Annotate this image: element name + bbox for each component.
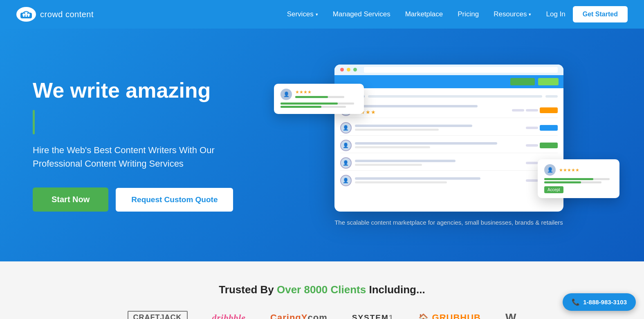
phone-banner[interactable]: 📞 1-888-983-3103 xyxy=(563,293,636,311)
screen-top-bar xyxy=(334,65,563,75)
logo-text: crowd content xyxy=(40,10,94,19)
nav-item-services[interactable]: Services ▾ xyxy=(287,10,318,18)
hero-buttons: Start Now Request Custom Quote xyxy=(33,187,286,212)
hero-accent-bar xyxy=(33,110,35,134)
avatar: 👤 xyxy=(340,122,352,134)
svg-rect-5 xyxy=(25,15,27,17)
brand-grubhub: 🏠 GRUBHUB xyxy=(418,312,481,319)
hero-subtitle: Hire the Web's Best Content Writers With… xyxy=(33,143,245,170)
status-badge xyxy=(540,107,558,113)
dot-green xyxy=(353,68,357,71)
dot-yellow xyxy=(347,68,350,71)
avatar: 👤 xyxy=(280,89,292,100)
avatar: 👤 xyxy=(340,157,352,169)
hero-content: We write amazing Hire the Web's Best Con… xyxy=(33,78,286,212)
screen-toolbar xyxy=(334,75,563,88)
svg-point-1 xyxy=(22,13,25,16)
accept-button: Accept xyxy=(544,186,563,193)
nav-link-marketplace[interactable]: Marketplace xyxy=(405,10,443,18)
svg-rect-6 xyxy=(28,16,29,17)
chevron-down-icon: ▾ xyxy=(316,12,318,17)
float-card-rating: 👤 ★★★★★ Accept xyxy=(538,159,619,198)
svg-point-2 xyxy=(25,13,27,15)
nav-link-resources[interactable]: Resources ▾ xyxy=(494,10,531,18)
float-card-writer: 👤 ★★★★ xyxy=(274,84,364,114)
get-started-button[interactable]: Get Started xyxy=(573,6,628,22)
brand-system1: SYSTEM1 xyxy=(352,313,394,319)
brand-caring: CaringYcom xyxy=(270,312,328,319)
request-quote-button[interactable]: Request Custom Quote xyxy=(116,188,233,212)
hero-caption: The scalable content marketplace for age… xyxy=(334,219,563,226)
dot-red xyxy=(340,68,344,71)
avatar: 👤 xyxy=(340,175,352,186)
nav-link-managed[interactable]: Managed Services xyxy=(333,10,390,18)
hero-section: We write amazing Hire the Web's Best Con… xyxy=(0,29,644,261)
nav-item-marketplace[interactable]: Marketplace xyxy=(405,10,443,18)
nav-item-pricing[interactable]: Pricing xyxy=(458,10,479,18)
screen-row: 👤 xyxy=(340,173,558,188)
screen-row: 👤 xyxy=(340,156,558,171)
nav-link-pricing[interactable]: Pricing xyxy=(458,10,479,18)
logo[interactable]: crowd content xyxy=(16,7,94,22)
phone-number: 1-888-983-3103 xyxy=(583,299,627,306)
login-button[interactable]: Log In xyxy=(546,10,565,18)
chevron-down-icon-resources: ▾ xyxy=(529,12,531,17)
nav-links: Services ▾ Managed Services Marketplace … xyxy=(287,10,532,18)
screen-row: 👤 ★★★★ xyxy=(340,103,558,118)
star-rating: ★★★★★ xyxy=(559,167,579,173)
logo-icon xyxy=(16,7,36,22)
avatar: 👤 xyxy=(340,140,352,151)
status-badge xyxy=(540,143,558,148)
url-bar xyxy=(364,67,558,73)
hero-illustration: 👤 ★★★★ xyxy=(286,59,611,231)
star-rating: ★★★★ xyxy=(295,89,344,95)
brand-w: W xyxy=(505,311,516,319)
nav-item-managed[interactable]: Managed Services xyxy=(333,10,390,18)
screen-row: 👤 xyxy=(340,138,558,153)
laptop-mockup: 👤 ★★★★ 👤 xyxy=(334,65,563,212)
toolbar-btn-1 xyxy=(510,78,535,85)
nav-link-services[interactable]: Services ▾ xyxy=(287,10,318,18)
svg-point-3 xyxy=(27,13,30,16)
screen-content: 👤 ★★★★ 👤 xyxy=(334,88,563,192)
brand-craftjack: CRAFTJACK xyxy=(128,311,188,319)
trusted-section: Trusted By Over 8000 Clients Including..… xyxy=(0,261,644,319)
status-badge xyxy=(540,125,558,131)
toolbar-btn-2 xyxy=(538,78,559,85)
trusted-title: Trusted By Over 8000 Clients Including..… xyxy=(33,283,611,296)
brand-dribbble: dribbble xyxy=(212,312,246,319)
star-rating: ★★★★ xyxy=(355,109,509,115)
navbar: crowd content Services ▾ Managed Service… xyxy=(0,0,644,29)
phone-icon: 📞 xyxy=(572,298,580,306)
screen-row: 👤 xyxy=(340,120,558,136)
start-now-button[interactable]: Start Now xyxy=(33,187,108,212)
avatar: 👤 xyxy=(544,164,556,176)
brand-logos: CRAFTJACK dribbble CaringYcom SYSTEM1 🏠 … xyxy=(33,311,611,319)
hero-title: We write amazing xyxy=(33,78,286,103)
nav-item-resources[interactable]: Resources ▾ xyxy=(494,10,531,18)
svg-rect-4 xyxy=(23,16,25,17)
screen-row xyxy=(340,92,558,100)
grubhub-icon: 🏠 xyxy=(418,313,429,319)
